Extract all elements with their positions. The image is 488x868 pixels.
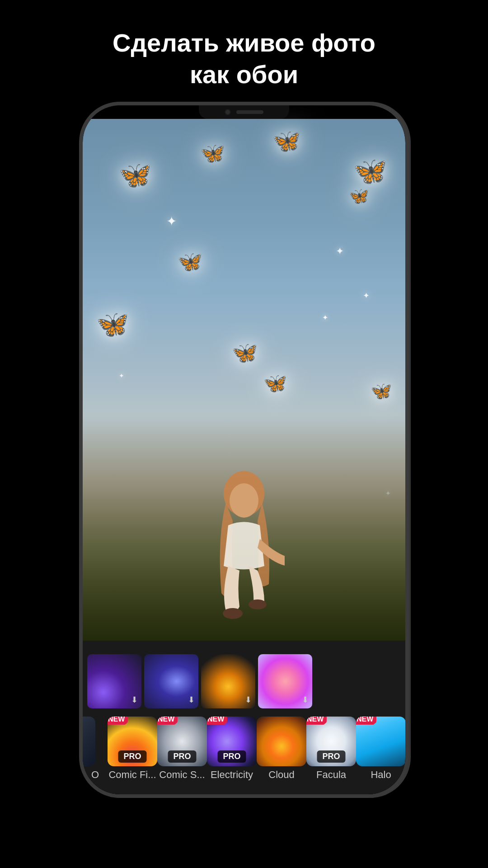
butterfly-6: 🦋 [178,250,202,274]
sparkle-5: ✦ [119,372,124,379]
effect-item-cloud[interactable]: Cloud [257,713,306,794]
sparkle-2: ✦ [336,245,344,257]
sparkle-1: ✦ [166,214,177,229]
butterfly-3: 🦋 [272,128,300,154]
download-icon-4: ⬇ [302,695,309,705]
pro-badge-comic-smoke: PRO [168,750,196,763]
new-badge-comic-smoke: NEW [157,717,178,725]
effect-thumb-light[interactable]: ⬇ [201,654,255,708]
effect-thumb-pink-cloud[interactable]: ⬇ [258,654,312,708]
effect-label-cloud: Cloud [268,769,294,781]
effect-thumb-aurora[interactable]: ⬇ [87,654,141,708]
effect-thumb-partial [83,717,95,766]
butterfly-10: 🦋 [371,381,392,401]
effect-item-halo[interactable]: NEW Halo [356,713,405,794]
butterfly-1: 🦋 [119,160,151,190]
svg-point-1 [230,483,258,518]
person-figure [203,467,285,638]
speaker-icon [236,110,263,114]
new-badge-electricity: NEW [207,717,227,725]
header-line1: Сделать живое фото [113,28,375,57]
effect-thumb-comic-fire: NEW PRO [108,717,157,766]
butterfly-7: 🦋 [96,309,129,340]
effect-item-facula[interactable]: NEW PRO Facula [306,713,356,794]
butterfly-2: 🦋 [200,142,225,165]
effect-thumb-galaxy[interactable]: ⬇ [144,654,198,708]
front-camera-icon [225,109,231,115]
effect-item-comic-fire[interactable]: NEW PRO Comic Fi... [108,713,157,794]
effect-label-electricity: Electricity [211,769,253,781]
new-badge-halo: NEW [356,717,376,725]
svg-point-2 [223,608,243,619]
butterfly-9: 🦋 [263,372,287,394]
effect-thumb-facula: NEW PRO [306,717,356,766]
new-badge-comic-fire: NEW [108,717,128,725]
download-icon-3: ⬇ [245,695,252,705]
header-line2: как обои [190,60,298,89]
effect-thumb-halo: NEW [356,717,405,766]
effect-label-facula: Facula [316,769,346,781]
partial-label: O [91,769,99,781]
sparkle-3: ✦ [363,291,370,301]
pro-badge-electricity: PRO [217,750,246,763]
effect-thumb-comic-smoke: NEW PRO [157,717,207,766]
download-icon-2: ⬇ [188,695,195,705]
phone-inner: 🦋 🦋 🦋 🦋 🦋 🦋 🦋 🦋 🦋 🦋 ✦ ✦ ✦ ✦ ✦ [83,105,405,794]
effect-item-partial[interactable]: O [83,713,108,794]
effect-label-halo: Halo [371,769,391,781]
pro-badge-comic-fire: PRO [118,750,146,763]
effect-thumb-electricity: NEW PRO [207,717,257,766]
effect-thumb-cloud [257,717,306,766]
effect-label-comic-smoke: Comic S... [159,769,205,781]
phone-notch [199,105,289,119]
phone-frame: 🦋 🦋 🦋 🦋 🦋 🦋 🦋 🦋 🦋 🦋 ✦ ✦ ✦ ✦ ✦ [79,102,409,798]
effect-item-comic-smoke[interactable]: NEW PRO Comic S... [157,713,207,794]
butterfly-8: 🦋 [232,340,258,365]
butterfly-4: 🦋 [353,155,387,187]
sparkle-4: ✦ [322,313,328,322]
effect-item-electricity[interactable]: NEW PRO Electricity [207,713,257,794]
new-badge-facula: NEW [306,717,327,725]
header-text: Сделать живое фото как обои [0,27,488,90]
effects-row-1: ⬇ ⬇ ⬇ ⬇ [83,654,405,713]
butterfly-5: 🦋 [349,187,369,206]
download-icon-1: ⬇ [131,695,138,705]
effects-row-2: O NEW PRO Comic Fi... NEW PRO Co [83,713,405,794]
effect-label-comic-fire: Comic Fi... [108,769,156,781]
bottom-panel: ⬇ ⬇ ⬇ ⬇ O [83,641,405,794]
svg-point-3 [249,599,267,609]
pro-badge-facula: PRO [317,750,345,763]
